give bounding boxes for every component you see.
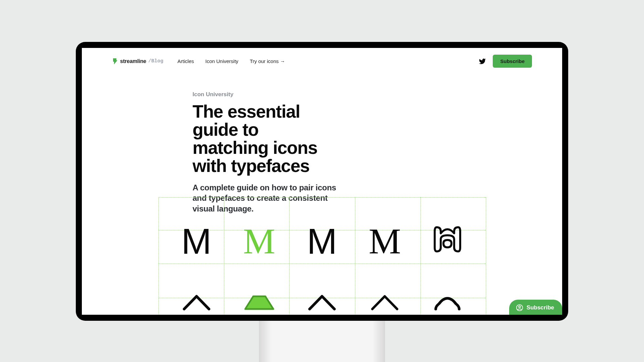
glyph-m-rounded: [416, 223, 479, 259]
house-icon-outline-3: [354, 294, 416, 311]
monitor-stand: [259, 321, 385, 362]
house-icon-outline: [165, 294, 228, 311]
house-icon-outline-2: [290, 294, 353, 311]
brand-name: streamline: [120, 58, 146, 64]
glyph-m-serif-green: M: [228, 223, 290, 259]
nav-icon-university[interactable]: Icon University: [205, 58, 238, 64]
monitor-frame: streamline /Blog Articles Icon Universit…: [76, 42, 568, 321]
house-icon-rounded: [416, 294, 479, 311]
nav-try-icons[interactable]: Try our icons →: [250, 58, 285, 64]
streamline-logo-icon: [112, 58, 118, 65]
nav-right: Subscribe: [479, 55, 532, 68]
subscribe-button[interactable]: Subscribe: [493, 55, 532, 68]
logo[interactable]: streamline /Blog: [112, 58, 163, 65]
glyph-m-sans: M: [165, 223, 228, 259]
subscribe-pill-label: Subscribe: [527, 304, 554, 311]
screen: streamline /Blog Articles Icon Universit…: [82, 48, 562, 315]
glyph-row-m: M M M M: [158, 223, 486, 259]
top-nav: streamline /Blog Articles Icon Universit…: [82, 48, 562, 72]
typeface-grid: M M M M: [158, 197, 486, 315]
article-category[interactable]: Icon University: [193, 91, 337, 98]
glyph-m-hand: M: [354, 223, 416, 259]
nav-articles[interactable]: Articles: [177, 58, 194, 64]
svg-point-1: [519, 306, 521, 308]
twitter-icon[interactable]: [479, 58, 486, 65]
nav-links: Articles Icon University Try our icons →: [177, 58, 285, 64]
house-icon-green: [228, 294, 290, 311]
subscribe-pill[interactable]: Subscribe: [509, 300, 562, 315]
glyph-row-house: [158, 294, 486, 311]
user-circle-icon: [516, 304, 523, 311]
blog-suffix: /Blog: [148, 58, 163, 64]
glyph-m-regular: M: [290, 223, 353, 259]
article-header: Icon University The essential guide to m…: [82, 72, 337, 214]
article-title: The essential guide to matching icons wi…: [193, 103, 337, 175]
